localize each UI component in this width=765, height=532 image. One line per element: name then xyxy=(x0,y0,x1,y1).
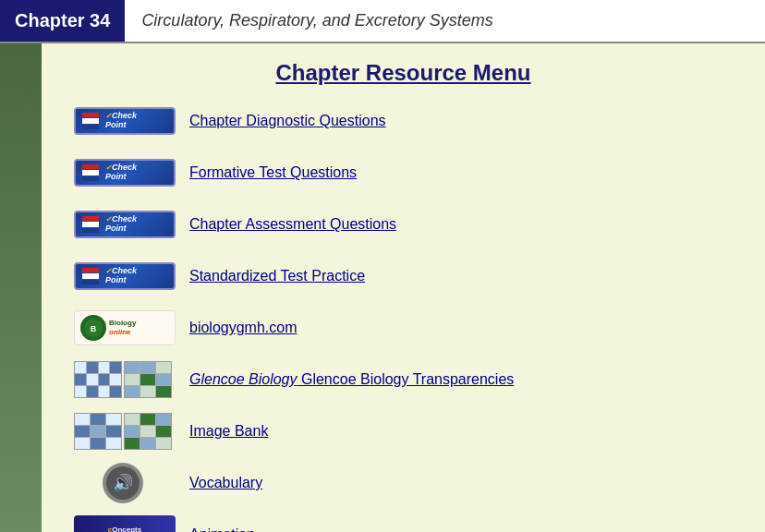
content-panel: Chapter Resource Menu ✓CheckPoint Chapte… xyxy=(42,43,765,532)
transparencies-link[interactable]: Glencoe Biology Glencoe Biology Transpar… xyxy=(189,371,514,388)
svg-text:B: B xyxy=(91,324,97,333)
animation-link[interactable]: Animation xyxy=(189,526,255,532)
list-item: cOnceptsIn Motion Animation xyxy=(69,513,737,532)
list-item: 🔊 Vocabulary xyxy=(69,461,737,505)
list-item: Image Bank xyxy=(69,409,737,453)
formative-link[interactable]: Formative Test Questions xyxy=(189,164,357,181)
list-item: ✓CheckPoint Formative Test Questions xyxy=(69,151,737,195)
menu-title: Chapter Resource Menu xyxy=(69,60,737,86)
transparencies-icon xyxy=(69,359,180,400)
assessment-link[interactable]: Chapter Assessment Questions xyxy=(189,216,396,233)
checkpoint-icon-1: ✓CheckPoint xyxy=(69,101,180,141)
list-item: ✓CheckPoint Standardized Test Practice xyxy=(69,254,737,298)
main-layout: Chapter Resource Menu ✓CheckPoint Chapte… xyxy=(0,43,765,532)
checkpoint-icon-2: ✓CheckPoint xyxy=(69,152,180,193)
standardized-link[interactable]: Standardized Test Practice xyxy=(189,268,365,284)
list-item: ✓CheckPoint Chapter Diagnostic Questions xyxy=(69,99,737,143)
biology-link[interactable]: biologygmh.com xyxy=(189,320,298,336)
vocabulary-link[interactable]: Vocabulary xyxy=(189,475,262,491)
sidebar xyxy=(0,43,42,532)
imagebank-link[interactable]: Image Bank xyxy=(189,423,268,440)
checkpoint-icon-4: ✓CheckPoint xyxy=(69,256,180,296)
resource-menu-list: ✓CheckPoint Chapter Diagnostic Questions… xyxy=(69,99,737,532)
list-item: ✓CheckPoint Chapter Assessment Questions xyxy=(69,202,737,247)
speaker-icon: 🔊 xyxy=(69,463,180,503)
imagebank-icon xyxy=(69,411,180,452)
biology-icon: B Biologyonline xyxy=(69,308,180,348)
header-title: Circulatory, Respiratory, and Excretory … xyxy=(125,11,492,30)
concepts-icon: cOnceptsIn Motion xyxy=(69,514,180,532)
list-item: B Biologyonline biologygmh.com xyxy=(69,306,737,350)
diagnostic-link[interactable]: Chapter Diagnostic Questions xyxy=(189,113,386,129)
checkpoint-icon-3: ✓CheckPoint xyxy=(69,204,180,245)
header: Chapter 34 Circulatory, Respiratory, and… xyxy=(0,0,765,43)
list-item: Glencoe Biology Glencoe Biology Transpar… xyxy=(69,357,737,402)
chapter-label: Chapter 34 xyxy=(0,0,125,42)
